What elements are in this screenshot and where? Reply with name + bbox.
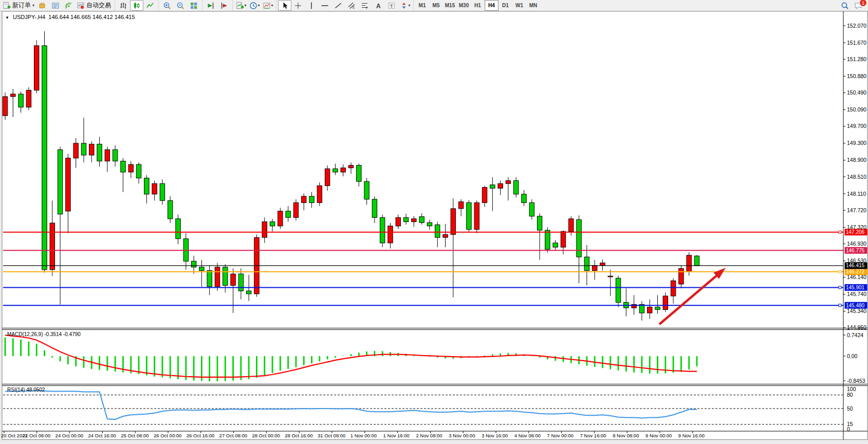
line-handle[interactable] (839, 286, 841, 289)
macd-indicator-label: MACD(12,26,9) -0.3514 -0.4790 (7, 331, 81, 337)
svg-text:148.900: 148.900 (847, 157, 866, 163)
candle-body (671, 281, 675, 296)
candle-body (302, 196, 306, 202)
zoom-out-button[interactable] (174, 0, 187, 11)
line-handle[interactable] (839, 304, 841, 307)
timeframe-m30-button[interactable]: M30 (457, 0, 471, 11)
crosshair-icon (294, 2, 302, 10)
timeframe-m1-button[interactable]: M1 (415, 0, 429, 11)
cursor-icon (281, 2, 289, 10)
crosshair-button[interactable] (291, 0, 305, 11)
candle-body (357, 165, 361, 181)
candlestick-chart-button[interactable] (130, 0, 143, 11)
timeframe-h1-button[interactable]: H1 (471, 0, 485, 11)
svg-text:150.880: 150.880 (847, 73, 866, 79)
timeframe-d1-button[interactable]: D1 (498, 0, 512, 11)
svg-text:146.930: 146.930 (847, 240, 866, 247)
timeframe-m15-button[interactable]: M15 (443, 0, 457, 11)
auto-trading-button[interactable]: 自动交易 (76, 0, 113, 11)
new-order-icon (3, 2, 11, 10)
candle-body (412, 219, 416, 222)
candle-body (403, 217, 408, 221)
timeframe-mn-button[interactable]: MN (526, 0, 540, 11)
candle-body (569, 219, 574, 232)
line-handle[interactable] (839, 231, 841, 233)
candle-body (144, 178, 149, 194)
ohlc-values: 146.644 146.665 146.412 146.415 (48, 14, 135, 20)
candle-body (168, 200, 173, 219)
dropdown-arrow-icon[interactable]: ▾ (245, 3, 247, 8)
candle-body (553, 243, 558, 247)
indicators-button[interactable]: ▾ (234, 0, 248, 11)
chart-canvas[interactable]: 147.206146.775146.272145.901145.480146.4… (0, 11, 868, 444)
svg-text:F: F (366, 6, 368, 9)
candle-body (97, 144, 102, 161)
channel-button[interactable]: E (345, 0, 358, 11)
history-center-button[interactable] (35, 0, 49, 11)
candle-body (136, 164, 141, 178)
periods-button[interactable]: ▾ (248, 0, 261, 11)
auto-trading-icon (77, 2, 85, 10)
fibonacci-button[interactable]: F (358, 0, 372, 11)
timeframe-h4-button[interactable]: H4 (485, 0, 498, 11)
chart-window[interactable]: 147.206146.775146.272145.901145.480146.4… (0, 11, 868, 444)
svg-text:7 Nov 00:00: 7 Nov 00:00 (547, 433, 574, 438)
candle-body (246, 291, 251, 294)
signals-button[interactable] (62, 0, 76, 11)
svg-text:150.090: 150.090 (847, 106, 866, 113)
svg-text:24 Oct 00:00: 24 Oct 00:00 (56, 433, 83, 438)
svg-text:-0.8453: -0.8453 (847, 378, 865, 384)
line-handle[interactable] (839, 270, 841, 273)
market-watch-button[interactable] (49, 0, 62, 11)
candle-body (50, 223, 54, 270)
main-toolbar: 新订单▾自动交易▾▾▾EFAT▾M1M5M15M30H1H4D1W1MN1 (0, 0, 868, 11)
zoom-in-icon (163, 2, 171, 10)
candle-body (341, 168, 345, 172)
template-icon (263, 2, 271, 10)
horizontal-line-button[interactable] (318, 0, 331, 11)
search-button[interactable] (838, 0, 852, 11)
timeframe-m5-button[interactable]: M5 (429, 0, 443, 11)
candle-body (687, 255, 691, 271)
vertical-line-button[interactable] (305, 0, 318, 11)
candle-body (121, 161, 125, 172)
candle-body (325, 169, 329, 186)
svg-text:24 Oct 16:00: 24 Oct 16:00 (88, 433, 116, 438)
candle-body (286, 211, 290, 217)
candle-body (561, 232, 565, 248)
candle-body (458, 202, 463, 209)
svg-text:21 Oct 08:00: 21 Oct 08:00 (23, 433, 50, 438)
zoom-out-icon (176, 2, 184, 10)
svg-text:147.320: 147.320 (847, 224, 866, 230)
svg-text:T: T (390, 3, 393, 8)
candle-body (11, 94, 15, 97)
tile-windows-button[interactable] (187, 0, 200, 11)
candle-body (152, 183, 157, 194)
timeframe-w1-button[interactable]: W1 (512, 0, 526, 11)
templates-button[interactable]: ▾ (261, 0, 274, 11)
shapes-icon (400, 2, 408, 10)
line-chart-button[interactable] (143, 0, 157, 11)
candles-chart-icon (133, 2, 141, 10)
chart-shift-button[interactable] (217, 0, 231, 11)
dropdown-arrow-icon[interactable]: ▾ (258, 3, 260, 8)
cursor-button[interactable] (278, 0, 291, 11)
chart-shift-icon (220, 2, 228, 10)
arrows-button[interactable]: ▾ (398, 0, 412, 11)
auto-scroll-button[interactable] (204, 0, 217, 11)
svg-text:3 Nov 00:00: 3 Nov 00:00 (449, 433, 475, 438)
trendline-button[interactable] (331, 0, 345, 11)
zoom-in-button[interactable] (160, 0, 174, 11)
bar-chart-button[interactable] (117, 0, 130, 11)
svg-text:147.206: 147.206 (846, 229, 865, 235)
dropdown-arrow-icon[interactable]: ▾ (409, 3, 411, 8)
new-order-button[interactable]: 新订单▾ (2, 0, 35, 11)
text-label-button[interactable]: T (385, 0, 398, 11)
notifications-button[interactable]: 1 (852, 0, 865, 11)
dropdown-arrow-icon[interactable]: ▾ (32, 3, 34, 8)
new-order-button-label: 新订单 (12, 1, 31, 10)
candle-body (388, 226, 393, 243)
svg-text:146.775: 146.775 (846, 248, 865, 253)
dropdown-arrow-icon[interactable]: ▾ (271, 3, 273, 8)
text-button[interactable]: A (372, 0, 385, 11)
